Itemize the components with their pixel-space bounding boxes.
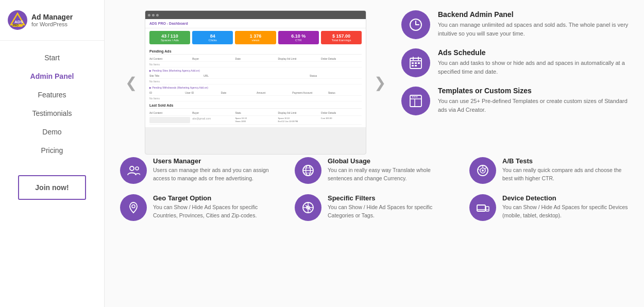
table-header: Ad Content Buyer Date Display Ad Limit O…	[149, 56, 362, 62]
stat-clicks: 84 Clicks	[192, 31, 233, 44]
feature-backend-admin: Backend Admin Panel You can manage unlim…	[401, 10, 629, 39]
feature-geo-target: Geo Target Option You can Show / Hide Ad…	[120, 194, 279, 221]
table-header-2: Site Title URL Status	[149, 73, 362, 79]
feature-users-manager: Users Manager Users can manage their ads…	[120, 157, 279, 184]
join-btn-area: Join now!	[0, 165, 104, 210]
dash-header: ADS PRO - Dashboard	[145, 19, 366, 28]
specific-filters-desc: You can Show / Hide Ad Spaces for specif…	[328, 203, 454, 220]
nav-item-testimonials[interactable]: Testimonials	[0, 104, 104, 123]
nav-item-demo[interactable]: Demo	[0, 123, 104, 141]
global-usage-desc: You can in really easy way Translate who…	[328, 166, 454, 183]
sidebar: ADS PRO Ad Manager for WordPress Start A…	[0, 0, 105, 307]
geo-target-text: Geo Target Option You can Show / Hide Ad…	[153, 194, 279, 220]
device-detection-text: Device Detection You can Show / Hide Ad …	[502, 194, 629, 220]
dashboard-screenshot: ADS PRO - Dashboard 43 / 110 Spaces / Ad…	[145, 10, 366, 155]
templates-icon	[401, 87, 430, 115]
dash-dot-3	[156, 14, 159, 16]
pending-ads-title: Pending Ads	[149, 49, 362, 55]
templates-desc: You can use 25+ Pre-defined Templates or…	[438, 97, 629, 114]
svg-rect-42	[486, 207, 489, 211]
feature-specific-filters: Specific Filters You can Show / Hide Ad …	[295, 194, 454, 221]
logo-subtitle: for WordPress	[31, 21, 73, 27]
logo-title: Ad Manager	[31, 13, 73, 22]
ab-tests-icon	[469, 157, 496, 184]
bottom-features: Users Manager Users can manage their ads…	[120, 157, 629, 221]
join-now-button[interactable]: Join now!	[18, 175, 86, 200]
ads-schedule-icon	[401, 48, 430, 77]
geo-target-title: Geo Target Option	[153, 194, 279, 202]
nav-item-features[interactable]: Features	[0, 86, 104, 104]
device-detection-icon	[469, 194, 496, 221]
ads-schedule-text: Ads Schedule You can add tasks to show o…	[438, 48, 629, 76]
ads-schedule-title: Ads Schedule	[438, 48, 629, 57]
geo-target-icon	[120, 194, 147, 221]
users-manager-icon	[120, 157, 147, 184]
feature-templates: Templates or Custom Sizes You can use 25…	[401, 87, 629, 115]
svg-point-34	[132, 205, 135, 208]
svg-rect-15	[410, 95, 421, 107]
ads-schedule-desc: You can add tasks to show or hide ads an…	[438, 59, 629, 76]
dash-top-bar	[145, 11, 366, 19]
feature-ab-tests: A/B Tests You can really quick compare a…	[469, 157, 629, 184]
ab-tests-title: A/B Tests	[502, 157, 629, 165]
ab-tests-desc: You can really quick compare ads and cho…	[502, 166, 629, 183]
sold-header: Ad Content Buyer Stats Display Ad Limit …	[149, 110, 362, 116]
pending-withdraws-link: ▶ Pending Withdrawals (Marketing.Agency.…	[149, 86, 362, 89]
specific-filters-title: Specific Filters	[328, 194, 454, 202]
svg-line-32	[485, 167, 487, 169]
svg-rect-39	[477, 205, 485, 211]
global-usage-title: Global Usage	[328, 157, 454, 165]
stat-earnings: $ 157.00 Total Earnings	[321, 31, 362, 44]
templates-text: Templates or Custom Sizes You can use 25…	[438, 87, 629, 114]
backend-admin-text: Backend Admin Panel You can manage unlim…	[438, 10, 629, 38]
sold-row-1: abc@gmail.com Space 10.10Views 1000 Spac…	[149, 116, 362, 125]
table-row-2: No Items	[149, 79, 362, 84]
geo-target-desc: You can Show / Hide Ad Spaces for specif…	[153, 203, 279, 220]
table-row-no-items: No Items	[149, 62, 362, 67]
last-sold-title: Last Sold Ads	[149, 104, 362, 109]
svg-rect-11	[415, 62, 417, 64]
global-usage-icon	[295, 157, 321, 184]
dash-stats: 43 / 110 Spaces / Ads 84 Clicks 1 376 vi…	[145, 28, 366, 47]
main-content: ❮ ADS PRO - Dashboard 43 / 110 Spaces / …	[105, 0, 644, 307]
device-detection-title: Device Detection	[502, 194, 629, 202]
nav-item-admin-panel[interactable]: Admin Panel	[0, 67, 104, 86]
svg-rect-13	[412, 65, 414, 66]
logo-area: ADS PRO Ad Manager for WordPress	[0, 5, 104, 41]
specific-filters-text: Specific Filters You can Show / Hide Ad …	[328, 194, 454, 220]
feature-device-detection: Device Detection You can Show / Hide Ad …	[469, 194, 629, 221]
nav-item-start[interactable]: Start	[0, 48, 104, 67]
svg-rect-10	[412, 62, 414, 64]
stat-ctr: 6.10 % CTR	[278, 31, 319, 44]
svg-point-30	[482, 169, 484, 172]
global-usage-text: Global Usage You can in really easy way …	[328, 157, 454, 183]
logo-text: Ad Manager for WordPress	[31, 13, 73, 28]
nav-item-pricing[interactable]: Pricing	[0, 141, 104, 160]
templates-title: Templates or Custom Sizes	[438, 87, 629, 95]
dash-dot-2	[152, 14, 155, 16]
right-features: Backend Admin Panel You can manage unlim…	[391, 10, 629, 115]
backend-admin-icon	[401, 10, 430, 39]
ab-tests-text: A/B Tests You can really quick compare a…	[502, 157, 629, 183]
table-row-3: No Items	[149, 96, 362, 101]
nav-menu: Start Admin Panel Features Testimonials …	[0, 41, 104, 160]
backend-admin-title: Backend Admin Panel	[438, 10, 629, 19]
logo-icon: ADS PRO	[8, 10, 27, 30]
users-manager-title: Users Manager	[153, 157, 279, 165]
feature-global-usage: Global Usage You can in really easy way …	[295, 157, 454, 184]
stat-impressions: 1 376 views	[235, 31, 276, 44]
table-header-3: ID User ID Date Amount Payment Account S…	[149, 90, 362, 96]
svg-point-22	[135, 167, 139, 170]
prev-arrow[interactable]: ❮	[120, 74, 142, 91]
slider-wrapper: ❮ ADS PRO - Dashboard 43 / 110 Spaces / …	[120, 10, 391, 155]
stat-spaces: 43 / 110 Spaces / Ads	[149, 31, 190, 44]
svg-rect-12	[418, 62, 420, 64]
svg-rect-14	[415, 65, 417, 66]
backend-admin-desc: You can manage unlimited ad spaces and s…	[438, 21, 629, 38]
next-arrow[interactable]: ❯	[369, 74, 391, 91]
dash-body: Pending Ads Ad Content Buyer Date Displa…	[145, 47, 366, 127]
users-manager-desc: Users can manage their ads and you can a…	[153, 166, 279, 183]
device-detection-desc: You can Show / Hide Ad Spaces for specif…	[502, 203, 629, 220]
svg-point-21	[130, 166, 134, 170]
svg-text:PRO: PRO	[13, 24, 19, 27]
